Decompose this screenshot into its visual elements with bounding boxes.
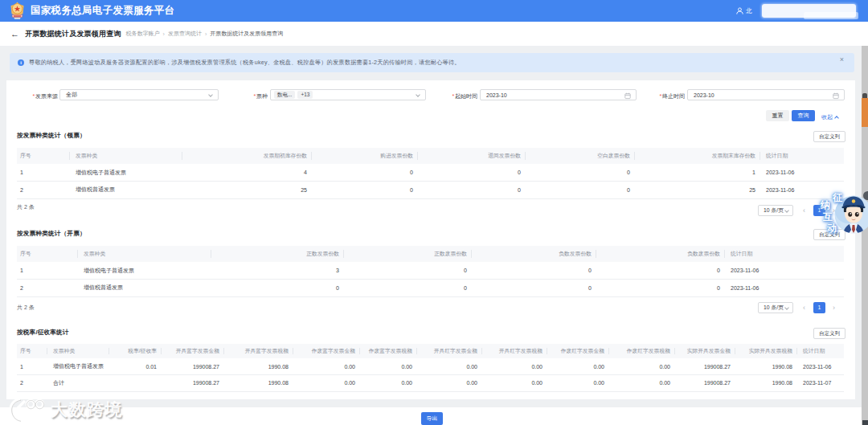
scrollbar-thumb[interactable] [862, 98, 868, 127]
table-cell: 3 [211, 262, 344, 280]
table-cell: 199008.27 [162, 375, 224, 392]
required-asterisk: * [452, 93, 454, 99]
table-row: 1增值税电子普通发票30002023-11-06 [17, 262, 844, 280]
current-page-button[interactable]: 1 [813, 302, 825, 313]
chevron-down-icon [416, 92, 420, 97]
close-icon[interactable]: × [840, 56, 844, 63]
table-cell: 0.00 [609, 375, 675, 392]
invoice-type-select[interactable]: 数电... +13 [270, 89, 426, 100]
column-header: 作废红字发票金额 [547, 344, 609, 358]
widget-drag-handle[interactable] [863, 191, 868, 200]
export-button[interactable]: 导出 [421, 412, 443, 425]
invoice-type-more-tag[interactable]: +13 [297, 91, 313, 99]
current-page-button[interactable]: 1 [813, 205, 825, 216]
page-size-value: 10 条/页 [764, 206, 784, 215]
user-account[interactable]: 北 [736, 0, 752, 22]
breadcrumb-separator-icon: › [205, 31, 207, 37]
invoice-source-select[interactable]: 全部 [59, 89, 219, 100]
table-cell [109, 375, 162, 392]
filter-label-text: 发票来源 [35, 93, 58, 99]
required-asterisk: * [659, 93, 661, 99]
customize-columns-button[interactable]: 自定义列 [813, 328, 845, 339]
table-cell: 1 [17, 262, 78, 280]
column-header: 发票期初库存份数 [182, 148, 312, 164]
required-asterisk: * [32, 93, 35, 99]
reset-button[interactable]: 重置 [766, 110, 789, 121]
column-header: 开具蓝字发票金额 [162, 344, 224, 358]
section-title-issue: 按发票种类统计（开票） [17, 230, 86, 238]
filter-label-start-time: *起始时间 [444, 92, 477, 100]
table-cell: 199008.27 [675, 375, 735, 392]
customize-columns-button[interactable]: 自定义列 [813, 229, 845, 240]
breadcrumb-item[interactable]: 发票查询统计 [168, 30, 202, 38]
column-header: 负数废票份数 [596, 246, 725, 262]
table-cell: 0 [526, 164, 635, 182]
chevron-down-icon [208, 92, 213, 97]
table-cell: 0 [344, 262, 472, 280]
calendar-icon [833, 92, 839, 100]
column-header: 作废蓝字发票金额 [293, 344, 360, 358]
table-cell: 2023-11-06 [797, 358, 844, 375]
column-header: 发票种类 [78, 246, 211, 262]
table-cell: 0 [312, 182, 418, 199]
table-cell: 25 [182, 182, 312, 199]
table-cell: 199008.27 [162, 358, 224, 375]
table-cell: 0 [344, 280, 472, 297]
table-cell: 1 [17, 358, 47, 375]
user-icon [736, 7, 743, 14]
notice-banner: i 尊敬的纳税人，受网络波动及服务器资源配置的影响，涉及增值税发票管理系统（税务… [10, 53, 854, 72]
scrollbar-bottom-arrow[interactable] [862, 420, 868, 425]
table-cell: 0 [211, 280, 344, 297]
breadcrumb-item[interactable]: 税务数字账户 [126, 30, 160, 38]
collapse-link[interactable]: 收起 [821, 113, 838, 121]
pagination: 10 条/页 ‹ 1 › [758, 302, 835, 313]
redacted-user-info-2 [804, 12, 858, 19]
chevron-up-icon [834, 116, 839, 121]
table-cell: 1990.08 [735, 358, 797, 375]
table-cell: 0 [526, 182, 635, 199]
back-arrow-icon[interactable]: ← [10, 30, 19, 39]
column-header: 发票期末库存份数 [635, 148, 760, 164]
taxrate-stats-table: 序号发票种类税率/征收率开具蓝字发票金额开具蓝字发票税额作废蓝字发票金额作废蓝字… [17, 344, 844, 392]
table-cell: 1990.08 [735, 375, 797, 392]
section-title-receive: 按发票种类统计（领票） [17, 132, 86, 140]
table-cell: 2 [17, 280, 78, 297]
table-cell: 0.00 [482, 375, 547, 392]
table-cell: 0.00 [293, 358, 360, 375]
table-cell: 0.00 [417, 375, 482, 392]
table-cell: 1990.08 [224, 358, 293, 375]
column-header: 实际开具发票税额 [735, 344, 797, 358]
filter-label-invoice-type: *票种 [237, 92, 268, 100]
page-size-select[interactable]: 10 条/页 [758, 205, 793, 216]
column-header: 正数发票份数 [211, 246, 344, 262]
info-icon: i [18, 59, 24, 66]
column-header: 购进发票份数 [312, 148, 418, 164]
table-cell: 0 [418, 182, 526, 199]
next-page-button[interactable]: › [833, 205, 835, 216]
column-header: 发票种类 [47, 344, 109, 358]
page-title: 开票数据统计及发票领用查询 [25, 29, 121, 39]
breadcrumb: 税务数字账户 › 发票查询统计 › 开票数据统计及发票领用查询 [126, 30, 284, 38]
invoice-type-tag[interactable]: 数电... [274, 91, 295, 99]
table-row: 1增值税电子普通发票400012023-11-06 [17, 164, 844, 182]
emblem-icon [9, 2, 26, 20]
table-cell: 2023-11-06 [725, 262, 844, 280]
column-header: 正数废票份数 [344, 246, 472, 262]
column-header: 实际开具发票金额 [675, 344, 735, 358]
prev-page-button[interactable]: ‹ [803, 205, 805, 216]
start-time-input[interactable]: 2023-10 [480, 89, 637, 100]
chevron-down-icon [784, 208, 789, 213]
total-count: 共 2 条 [17, 203, 35, 211]
table-cell: 0 [596, 280, 725, 297]
end-time-input[interactable]: 2023-10 [687, 89, 845, 100]
table-cell: 0.00 [609, 358, 675, 375]
filter-label-text: 终止时间 [662, 93, 685, 99]
page-size-select[interactable]: 10 条/页 [758, 302, 793, 313]
column-header: 空白废票份数 [526, 148, 635, 164]
table-cell: 0.00 [547, 375, 609, 392]
next-page-button[interactable]: › [833, 302, 835, 313]
customize-columns-button[interactable]: 自定义列 [813, 131, 845, 142]
prev-page-button[interactable]: ‹ [803, 302, 805, 313]
query-button[interactable]: 查询 [792, 110, 815, 121]
table-cell: 2023-11-06 [760, 164, 844, 182]
